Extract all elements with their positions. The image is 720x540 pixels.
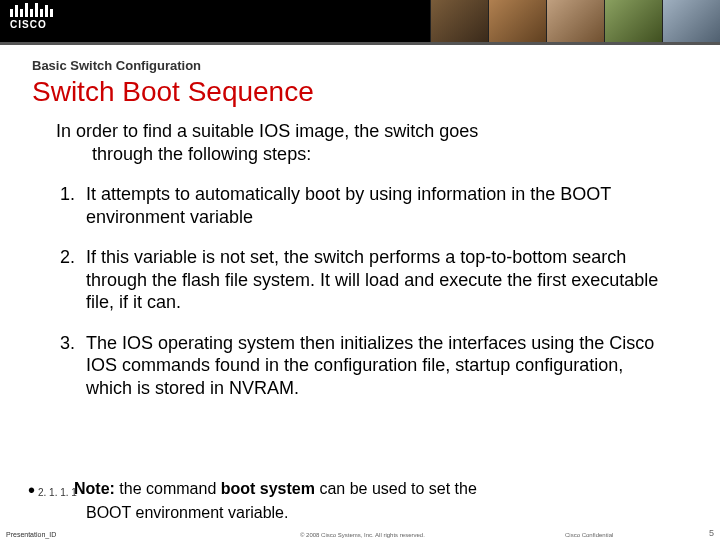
version-tag: 2. 1. 1. 1 bbox=[38, 487, 77, 498]
steps-list: It attempts to automatically boot by usi… bbox=[56, 183, 671, 399]
note-command: boot system bbox=[221, 480, 315, 497]
footer-presentation-id: Presentation_ID bbox=[6, 531, 56, 538]
intro-line: through the following steps: bbox=[56, 144, 311, 164]
section-label: Basic Switch Configuration bbox=[32, 58, 201, 73]
body-content: In order to find a suitable IOS image, t… bbox=[56, 120, 671, 417]
note-line-2: BOOT environment variable. bbox=[86, 504, 686, 522]
step-item: If this variable is not set, the switch … bbox=[80, 246, 671, 314]
intro-line: In order to find a suitable IOS image, t… bbox=[56, 121, 478, 141]
note-text: can be used to set the bbox=[315, 480, 477, 497]
header-photo bbox=[662, 0, 720, 42]
footer-confidential: Cisco Confidential bbox=[565, 532, 613, 538]
bullet-icon: • bbox=[28, 479, 35, 502]
slide: CISCO Basic Switch Configuration Switch … bbox=[0, 0, 720, 540]
note-line-1: Note: the command boot system can be use… bbox=[74, 480, 674, 498]
header-photo bbox=[488, 0, 546, 42]
intro-text: In order to find a suitable IOS image, t… bbox=[56, 120, 671, 165]
header-photo bbox=[546, 0, 604, 42]
header-photo bbox=[430, 0, 488, 42]
page-number: 5 bbox=[709, 528, 714, 538]
logo-bars-icon bbox=[10, 3, 53, 17]
page-title: Switch Boot Sequence bbox=[32, 76, 314, 108]
photo-strip bbox=[430, 0, 720, 42]
top-bar-underline bbox=[0, 42, 720, 45]
footer-copyright: © 2008 Cisco Systems, Inc. All rights re… bbox=[300, 532, 425, 538]
cisco-logo: CISCO bbox=[10, 3, 53, 30]
note-text: the command bbox=[115, 480, 221, 497]
logo-text: CISCO bbox=[10, 19, 53, 30]
note-label: Note: bbox=[74, 480, 115, 497]
step-item: It attempts to automatically boot by usi… bbox=[80, 183, 671, 228]
top-bar: CISCO bbox=[0, 0, 720, 42]
header-photo bbox=[604, 0, 662, 42]
step-item: The IOS operating system then initialize… bbox=[80, 332, 671, 400]
